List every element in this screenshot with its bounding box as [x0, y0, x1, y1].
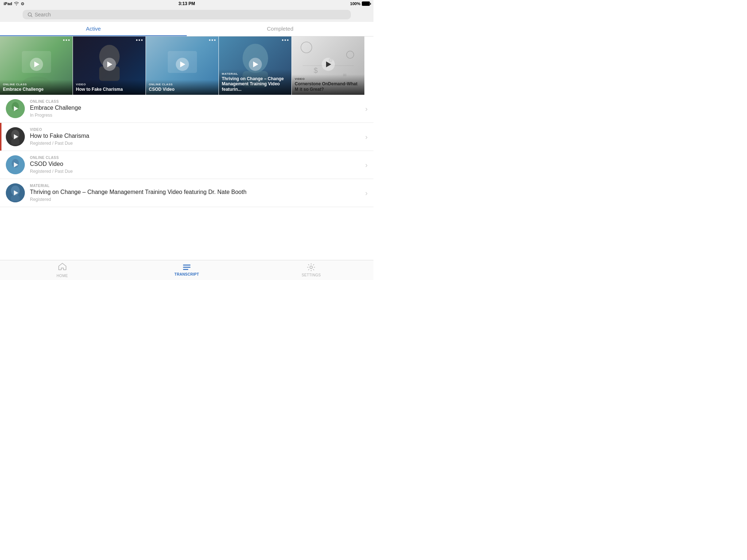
- list-item-4[interactable]: MATERIAL Thriving on Change – Change Man…: [0, 179, 374, 207]
- play-icon-3: [180, 61, 185, 67]
- card-2-play[interactable]: [103, 58, 116, 71]
- loading-icon: ⊙: [21, 1, 24, 6]
- home-icon: [58, 262, 67, 273]
- search-input-wrap[interactable]: Search: [23, 10, 351, 19]
- nav-settings[interactable]: SETTINGS: [249, 260, 374, 280]
- nav-transcript-label: TRANSCRIPT: [174, 272, 199, 276]
- card-2-menu[interactable]: [136, 39, 143, 41]
- svg-line-1: [31, 16, 32, 17]
- wifi-icon: [14, 1, 19, 6]
- svg-text:$: $: [314, 66, 318, 74]
- list-item-3[interactable]: ONLINE CLASS CSOD Video Registered / Pas…: [0, 151, 374, 179]
- play-icon-4: [253, 61, 258, 67]
- thumb-play-1: [14, 106, 18, 111]
- card-1-menu[interactable]: [63, 39, 70, 41]
- tabs-bar: Active Completed: [0, 22, 374, 36]
- thumb-3: [6, 155, 25, 174]
- carousel-card-2[interactable]: VIDEO How to Fake Charisma: [73, 36, 146, 95]
- card-5-play[interactable]: [322, 58, 335, 71]
- chevron-1: ›: [365, 105, 368, 113]
- item-text-2: VIDEO How to Fake Charisma Registered / …: [30, 128, 362, 145]
- nav-transcript[interactable]: TRANSCRIPT: [124, 260, 249, 280]
- carousel-card-5[interactable]: $ ⚙ ✉ VIDEO Cornerstone OnDemand-What M …: [292, 36, 365, 95]
- item-text-3: ONLINE CLASS CSOD Video Registered / Pas…: [30, 156, 362, 174]
- carousel-card-1[interactable]: ONLINE CLASS Embrace Challenge: [0, 36, 73, 95]
- battery-label: 100%: [350, 1, 360, 6]
- bottom-nav: HOME TRANSCRIPT SETTINGS: [0, 260, 374, 280]
- card-1-overlay: ONLINE CLASS Embrace Challenge: [0, 80, 73, 95]
- play-icon-5: [326, 61, 331, 67]
- carousel[interactable]: ONLINE CLASS Embrace Challenge: [0, 36, 374, 95]
- item-text-1: ONLINE CLASS Embrace Challenge In Progre…: [30, 100, 362, 117]
- svg-point-9: [301, 42, 312, 53]
- list-item-1[interactable]: ONLINE CLASS Embrace Challenge In Progre…: [0, 95, 374, 123]
- svg-point-10: [347, 51, 354, 58]
- card-2-overlay: VIDEO How to Fake Charisma: [73, 80, 146, 95]
- thumb-2: [6, 127, 25, 146]
- card-4-menu[interactable]: [282, 39, 289, 41]
- device-label: iPad: [4, 1, 12, 6]
- status-bar: iPad ⊙ 3:13 PM 100%: [0, 0, 374, 7]
- svg-rect-19: [11, 139, 19, 145]
- svg-point-28: [310, 266, 313, 269]
- card-3-overlay: ONLINE CLASS CSOD Video: [146, 80, 218, 95]
- status-right: 100%: [350, 1, 370, 6]
- search-icon: [28, 12, 32, 17]
- thumb-play-2: [14, 134, 18, 139]
- app-wrapper: iPad ⊙ 3:13 PM 100% Search: [0, 0, 374, 280]
- thumb-play-4: [14, 190, 18, 195]
- battery-icon: [362, 1, 370, 6]
- course-list: ONLINE CLASS Embrace Challenge In Progre…: [0, 95, 374, 260]
- thumb-play-3: [14, 162, 18, 167]
- list-item-2[interactable]: VIDEO How to Fake Charisma Registered / …: [0, 123, 374, 151]
- search-placeholder: Search: [35, 12, 51, 18]
- status-left: iPad ⊙: [4, 1, 24, 6]
- card-3-menu[interactable]: [209, 39, 216, 41]
- nav-settings-label: SETTINGS: [302, 273, 321, 277]
- thumb-1: [6, 99, 25, 118]
- carousel-card-3[interactable]: ONLINE CLASS CSOD Video: [146, 36, 219, 95]
- nav-home-label: HOME: [57, 274, 68, 278]
- settings-icon: [307, 263, 315, 272]
- card-3-play[interactable]: [176, 58, 189, 71]
- nav-home[interactable]: HOME: [0, 260, 124, 280]
- chevron-2: ›: [365, 133, 368, 141]
- search-bar: Search: [0, 7, 374, 22]
- play-icon: [34, 61, 39, 67]
- card-4-overlay: MATERIAL Thriving on Change – Change Man…: [219, 69, 291, 95]
- play-icon-2: [107, 61, 112, 67]
- thumb-4: [6, 183, 25, 202]
- tab-active[interactable]: Active: [0, 22, 187, 36]
- card-1-play[interactable]: [30, 58, 43, 71]
- status-time: 3:13 PM: [178, 1, 195, 6]
- card-5-overlay: VIDEO Cornerstone OnDemand-What M it so …: [292, 74, 364, 95]
- item-text-4: MATERIAL Thriving on Change – Change Man…: [30, 184, 362, 202]
- svg-rect-24: [11, 195, 20, 201]
- main-content: ONLINE CLASS Embrace Challenge: [0, 36, 374, 260]
- transcript-icon: [183, 264, 191, 271]
- chevron-3: ›: [365, 161, 368, 169]
- tab-completed[interactable]: Completed: [187, 22, 374, 36]
- chevron-4: ›: [365, 189, 368, 197]
- carousel-card-4[interactable]: MATERIAL Thriving on Change – Change Man…: [219, 36, 292, 95]
